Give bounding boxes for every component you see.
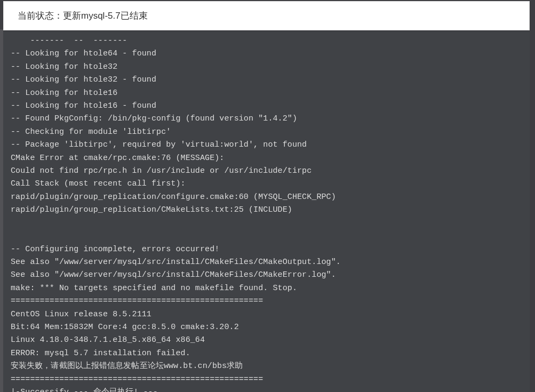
- terminal-line: -- Checking for module 'libtirpc': [11, 127, 171, 137]
- terminal-line: CentOS Linux release 8.5.2111: [11, 310, 151, 319]
- terminal-line: -- Looking for htole16: [11, 89, 117, 98]
- left-decoration-strip: [0, 29, 3, 392]
- terminal-line: ERROR: mysql 5.7 installation failed.: [11, 349, 190, 358]
- terminal-line: CMake Error at cmake/rpc.cmake:76 (MESSA…: [11, 154, 224, 163]
- terminal-line: See also "/www/server/mysql/src/install/…: [11, 258, 341, 267]
- status-value: 更新mysql-5.7已结束: [63, 11, 148, 21]
- terminal-line: Linux 4.18.0-348.7.1.el8_5.x86_64 x86_64: [11, 335, 205, 345]
- terminal-line: -- Package 'libtirpc', required by 'virt…: [11, 140, 307, 149]
- terminal-line: ========================================…: [11, 297, 263, 306]
- terminal-line: make: *** No targets specified and no ma…: [11, 284, 297, 293]
- terminal-line: -- Looking for htole16 - found: [11, 101, 156, 110]
- terminal-line: -- Looking for htole32 - found: [11, 75, 156, 84]
- terminal-line: Bit:64 Mem:15832M Core:4 gcc:8.5.0 cmake…: [11, 323, 239, 332]
- terminal-output[interactable]: ------- -- ------- -- Looking for htole6…: [3, 31, 530, 392]
- terminal-line: -- Found PkgConfig: /bin/pkg-config (fou…: [11, 114, 297, 123]
- terminal-line: -- Looking for htole64 - found: [11, 49, 156, 58]
- terminal-line: rapid/plugin/group_replication/CMakeList…: [11, 205, 292, 214]
- terminal-line: ------- -- -------: [11, 36, 127, 45]
- terminal-line: 安装失败，请截图以上报错信息发帖至论坛www.bt.cn/bbs求助: [11, 362, 243, 371]
- terminal-line: rapid/plugin/group_replication/configure…: [11, 193, 336, 202]
- terminal-line: Call Stack (most recent call first):: [11, 179, 186, 188]
- terminal-line: Could not find rpc/rpc.h in /usr/include…: [11, 166, 312, 175]
- status-bar: 当前状态：更新mysql-5.7已结束: [3, 1, 530, 30]
- terminal-line: ========================================…: [11, 375, 263, 384]
- terminal-line: See also "/www/server/mysql/src/install/…: [11, 270, 336, 279]
- terminal-line: -- Looking for htole32: [11, 62, 117, 71]
- status-label: 当前状态：: [18, 11, 63, 21]
- terminal-line: |-Successify --- 命令已执行! ---: [11, 388, 158, 392]
- terminal-line: -- Configuring incomplete, errors occurr…: [11, 245, 219, 254]
